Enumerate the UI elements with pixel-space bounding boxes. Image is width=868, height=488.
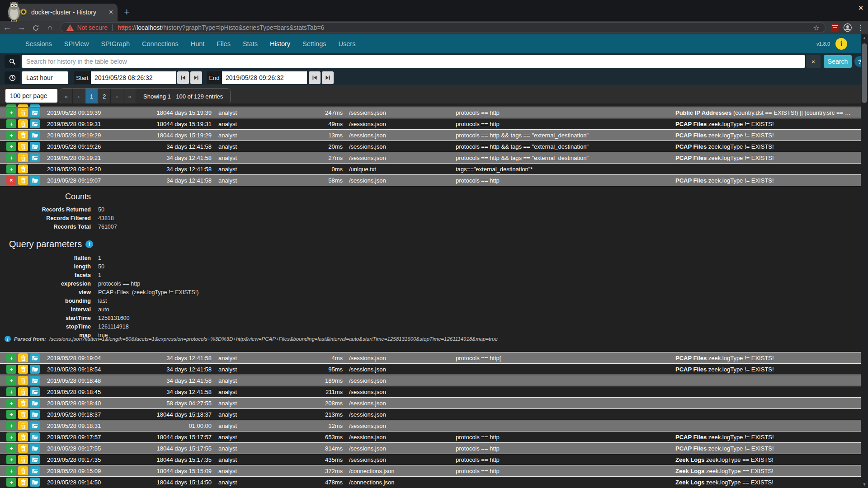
open-query-button[interactable]: [30, 466, 40, 475]
expand-row-button[interactable]: +: [6, 376, 16, 385]
per-page-select[interactable]: 100 per page: [5, 89, 57, 103]
expand-row-button[interactable]: +: [6, 119, 16, 128]
clear-search-button[interactable]: ×: [806, 55, 821, 68]
open-query-button[interactable]: [30, 376, 40, 385]
nav-item-stats[interactable]: Stats: [243, 40, 258, 47]
forward-icon[interactable]: →: [14, 21, 29, 34]
end-time-input[interactable]: [222, 71, 307, 84]
expand-row-button[interactable]: +: [6, 131, 16, 140]
expand-row-button[interactable]: +: [6, 478, 16, 487]
open-query-button[interactable]: [30, 387, 40, 396]
expand-row-button[interactable]: +: [6, 410, 16, 419]
collapse-row-button[interactable]: ×: [6, 176, 16, 185]
new-tab-button[interactable]: +: [124, 6, 130, 18]
delete-row-button[interactable]: [18, 444, 28, 453]
expand-row-button[interactable]: +: [6, 164, 16, 174]
browser-menu-icon[interactable]: ⋮: [857, 23, 864, 33]
delete-row-button[interactable]: [18, 466, 28, 475]
page-scrollbar[interactable]: ▲ ▼: [861, 34, 868, 488]
delete-row-button[interactable]: [18, 410, 28, 419]
open-query-button[interactable]: [30, 455, 40, 464]
page-button-2[interactable]: 2: [98, 89, 111, 104]
delete-row-button[interactable]: [18, 153, 28, 162]
scrollbar-thumb[interactable]: [862, 43, 867, 103]
open-query-button[interactable]: [30, 108, 40, 117]
ublock-extension-icon[interactable]: [831, 23, 839, 32]
start-time-input[interactable]: [91, 71, 176, 84]
delete-row-button[interactable]: [18, 387, 28, 396]
expand-row-button[interactable]: +: [6, 421, 16, 430]
delete-row-button[interactable]: [18, 119, 28, 128]
open-query-button[interactable]: [30, 353, 40, 362]
expand-row-button[interactable]: +: [6, 432, 16, 441]
refresh-icon[interactable]: [28, 21, 43, 34]
open-query-button[interactable]: [30, 410, 40, 419]
skip-start-forward-icon[interactable]: [190, 71, 202, 84]
open-query-button[interactable]: [30, 153, 40, 162]
delete-row-button[interactable]: [18, 399, 28, 408]
tab-close-icon[interactable]: ×: [109, 8, 113, 16]
nav-item-settings[interactable]: Settings: [302, 40, 326, 47]
profile-icon[interactable]: [843, 23, 852, 32]
open-query-button[interactable]: [30, 119, 40, 128]
nav-item-spigraph[interactable]: SPIGraph: [101, 40, 130, 47]
delete-row-button[interactable]: [18, 176, 28, 185]
expand-row-button[interactable]: +: [6, 387, 16, 396]
info-icon[interactable]: i: [85, 240, 93, 248]
expand-row-button[interactable]: +: [6, 153, 16, 162]
delete-row-button[interactable]: [18, 108, 28, 117]
open-query-button[interactable]: [30, 444, 40, 453]
open-query-button[interactable]: [30, 176, 40, 185]
expand-row-button[interactable]: +: [6, 444, 16, 453]
delete-row-button[interactable]: [18, 478, 28, 487]
pager-button[interactable]: ‹: [73, 89, 85, 104]
expand-row-button[interactable]: +: [6, 365, 16, 374]
browser-tab[interactable]: docker-cluster - History ×: [15, 4, 118, 21]
delete-row-button[interactable]: [18, 365, 28, 374]
open-query-button[interactable]: [30, 432, 40, 441]
expand-row-button[interactable]: +: [6, 142, 16, 151]
delete-row-button[interactable]: [18, 142, 28, 151]
bookmark-star-icon[interactable]: ☆: [813, 23, 819, 32]
scroll-down-icon[interactable]: ▼: [861, 481, 868, 488]
nav-item-files[interactable]: Files: [217, 40, 231, 47]
delete-row-button[interactable]: [18, 376, 28, 385]
nav-item-hunt[interactable]: Hunt: [191, 40, 205, 47]
address-bar[interactable]: Not secure https://localhost/history?gra…: [61, 22, 825, 33]
open-query-button[interactable]: [30, 365, 40, 374]
nav-item-spiview[interactable]: SPIView: [64, 40, 89, 47]
skip-end-back-icon[interactable]: [309, 71, 321, 84]
pager-button[interactable]: »: [123, 89, 136, 104]
expand-row-button[interactable]: +: [6, 108, 16, 117]
page-button-1[interactable]: 1: [85, 89, 98, 104]
search-input[interactable]: [22, 55, 805, 68]
window-close-icon[interactable]: ×: [858, 3, 863, 13]
delete-row-button[interactable]: [18, 353, 28, 362]
nav-item-users[interactable]: Users: [339, 40, 356, 47]
expand-row-button[interactable]: +: [6, 466, 16, 475]
open-query-button[interactable]: [30, 399, 40, 408]
expand-row-button[interactable]: +: [6, 455, 16, 464]
expand-row-button[interactable]: +: [6, 353, 16, 362]
pager-button[interactable]: ›: [111, 89, 123, 104]
delete-row-button[interactable]: [18, 164, 28, 174]
pager-button[interactable]: «: [60, 89, 73, 104]
info-icon[interactable]: i: [835, 38, 847, 50]
delete-row-button[interactable]: [18, 455, 28, 464]
scroll-up-icon[interactable]: ▲: [861, 34, 868, 42]
time-range-select[interactable]: Last hour: [22, 71, 68, 84]
skip-end-forward-icon[interactable]: [322, 71, 334, 84]
delete-row-button[interactable]: [18, 421, 28, 430]
back-icon[interactable]: ←: [0, 21, 14, 34]
home-icon[interactable]: ⌂: [43, 21, 57, 34]
open-query-button[interactable]: [30, 478, 40, 487]
open-query-button[interactable]: [30, 142, 40, 151]
open-query-button[interactable]: [30, 131, 40, 140]
skip-start-back-icon[interactable]: [177, 71, 189, 84]
delete-row-button[interactable]: [18, 432, 28, 441]
expand-row-button[interactable]: +: [6, 399, 16, 408]
nav-item-history[interactable]: History: [270, 40, 290, 47]
open-query-button[interactable]: [30, 421, 40, 430]
delete-row-button[interactable]: [18, 131, 28, 140]
nav-item-sessions[interactable]: Sessions: [25, 40, 52, 47]
